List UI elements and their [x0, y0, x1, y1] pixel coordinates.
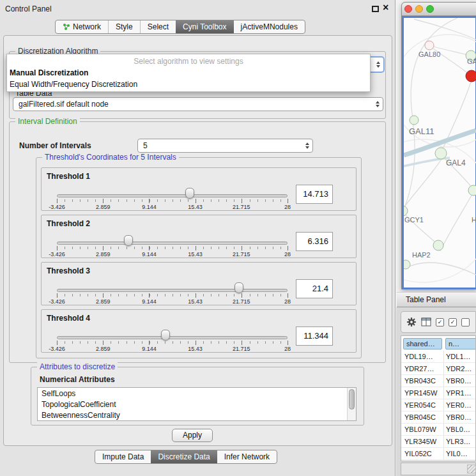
tab-network[interactable]: Network — [56, 20, 109, 33]
threshold-slider-thumb[interactable] — [161, 330, 170, 341]
threshold-slider-track[interactable] — [57, 336, 288, 339]
table-row[interactable]: YDR27…YDR2… — [401, 363, 476, 375]
numerical-attribute-item[interactable]: TopologicalCoefficient — [38, 399, 356, 410]
table-cell[interactable]: YBR0… — [446, 375, 476, 387]
table-cell[interactable]: YDL19… — [404, 351, 443, 362]
threshold-slider-thumb[interactable] — [124, 235, 133, 246]
table-row[interactable]: YLR345WYLR3… — [401, 436, 476, 448]
network-node[interactable] — [410, 116, 418, 125]
slider-tick-label: 2.859 — [89, 298, 117, 305]
unchecked-checkbox-icon[interactable] — [461, 318, 470, 326]
network-node[interactable] — [468, 185, 476, 196]
table-cell[interactable]: YLR3… — [446, 436, 476, 447]
column-layout-icon[interactable] — [421, 318, 431, 326]
tab-cyni-toolbox[interactable]: Cyni Toolbox — [176, 20, 233, 33]
float-window-icon[interactable] — [372, 6, 379, 12]
tab-style[interactable]: Style — [109, 20, 141, 33]
threshold-value-field[interactable]: 6.316 — [296, 232, 333, 251]
table-row[interactable]: YDL19…YDL1… — [401, 351, 476, 363]
combo-stepper-icon[interactable] — [302, 139, 312, 152]
apply-button[interactable]: Apply — [172, 429, 213, 442]
algorithm-option[interactable]: Equal Width/Frequency Discretization — [7, 79, 370, 90]
threshold-value-field[interactable]: 21.4 — [296, 279, 333, 298]
number-of-intervals-label: Number of Intervals — [19, 141, 91, 150]
table-row[interactable]: YIL052CYIL0… — [401, 448, 476, 460]
table-data-combobox[interactable]: galFiltered.sif default node — [13, 97, 383, 111]
table-cell[interactable]: YDL1… — [446, 351, 476, 362]
network-node[interactable] — [433, 240, 443, 250]
minimize-traffic-light-icon[interactable] — [415, 5, 423, 13]
column-header-shared-name[interactable]: shared… — [403, 338, 442, 349]
attributes-list: SelfLoopsTopologicalCoefficientBetweenne… — [38, 388, 356, 420]
combo-stepper-icon[interactable] — [372, 58, 383, 72]
slider-tick-label: 21.715 — [227, 346, 256, 352]
slider-tick-label: 15.43 — [181, 346, 210, 352]
network-node[interactable] — [404, 206, 408, 216]
numerical-attribute-item[interactable]: SelfLoops — [38, 388, 356, 399]
network-node[interactable] — [425, 41, 434, 50]
table-cell[interactable]: YER0… — [446, 399, 476, 411]
gear-icon[interactable] — [406, 317, 417, 327]
table-row[interactable]: YBL079WYBL0… — [401, 424, 476, 436]
threshold-label: Threshold 1 — [47, 172, 90, 181]
slider-major-tick — [242, 341, 242, 345]
threshold-slider-track[interactable] — [57, 242, 288, 245]
table-cell[interactable]: YBL079W — [404, 424, 443, 435]
combo-stepper-icon[interactable] — [372, 98, 383, 111]
tab-discretize-data[interactable]: Discretize Data — [151, 450, 217, 463]
node-table: shared… n… YDL19…YDL1…YDR27…YDR2…YBR043C… — [401, 335, 476, 461]
number-of-intervals-combobox[interactable]: 5 — [137, 139, 313, 153]
table-cell[interactable]: YDR2… — [446, 363, 476, 374]
threshold-panel-1: Threshold 1 14.713 -3.4262.8599.14415.43… — [41, 167, 357, 211]
close-window-icon[interactable]: × — [383, 2, 388, 13]
algorithm-options: Manual DiscretizationEqual Width/Frequen… — [7, 67, 370, 90]
tab-impute-data-label: Impute Data — [102, 452, 144, 461]
threshold-slider-thumb[interactable] — [234, 282, 243, 293]
tab-infer-network[interactable]: Infer Network — [217, 450, 277, 463]
network-window-titlebar[interactable] — [402, 3, 476, 16]
network-node[interactable] — [404, 260, 410, 269]
slider-major-tick — [57, 246, 58, 250]
tab-impute-data[interactable]: Impute Data — [95, 450, 151, 463]
threshold-slider-track[interactable] — [57, 289, 288, 292]
column-header-name[interactable]: n… — [445, 338, 476, 349]
network-graph[interactable]: GAL80GAGAL11GAL4GCY1HHAP2 — [404, 18, 476, 286]
table-cell[interactable]: YBR0… — [446, 411, 476, 423]
tab-select[interactable]: Select — [141, 20, 176, 33]
table-cell[interactable]: YPR1… — [446, 387, 476, 399]
network-node[interactable] — [435, 148, 447, 159]
network-node[interactable] — [466, 70, 476, 82]
algorithm-dropdown-popup: Select algorithm to view settings Manual… — [6, 54, 371, 92]
tab-jactivemnodules[interactable]: jActiveMNodules — [234, 20, 305, 33]
zoom-traffic-light-icon[interactable] — [426, 5, 434, 13]
scrollbar-thumb[interactable] — [349, 389, 355, 410]
threshold-value-field[interactable]: 14.713 — [296, 185, 333, 204]
checked-checkbox-icon[interactable]: ✓ — [449, 318, 457, 326]
checked-checkbox-icon[interactable]: ✓ — [436, 318, 444, 326]
table-row[interactable]: YBR043CYBR0… — [401, 375, 476, 387]
attributes-scrollbar[interactable] — [347, 388, 356, 420]
table-cell[interactable]: YPR145W — [404, 387, 443, 399]
threshold-value-field[interactable]: 11.344 — [296, 326, 333, 346]
close-traffic-light-icon[interactable] — [404, 5, 412, 13]
resize-grip[interactable] — [467, 464, 476, 473]
slider-tick-marks — [57, 294, 288, 296]
table-row[interactable]: YER054CYER0… — [401, 399, 476, 411]
table-cell[interactable]: YIL0… — [446, 448, 476, 459]
table-row[interactable]: YPR145WYPR1… — [401, 387, 476, 399]
slider-major-tick — [242, 199, 242, 203]
table-cell[interactable]: YLR345W — [404, 436, 443, 447]
table-row[interactable]: YBR045CYBR0… — [401, 411, 476, 424]
threshold-slider-thumb[interactable] — [185, 188, 194, 199]
table-cell[interactable]: YBL0… — [446, 424, 476, 435]
threshold-slider-track[interactable] — [57, 194, 288, 197]
table-cell[interactable]: YBR043C — [404, 375, 443, 387]
algorithm-option[interactable]: Manual Discretization — [7, 67, 370, 79]
table-cell[interactable]: YDR27… — [404, 363, 443, 374]
table-panel-header[interactable]: Table Panel — [397, 292, 476, 307]
table-cell[interactable]: YER054C — [404, 399, 443, 411]
table-cell[interactable]: YIL052C — [404, 448, 443, 459]
table-cell[interactable]: YBR045C — [404, 411, 443, 423]
horizontal-scrollbar[interactable] — [401, 463, 476, 475]
numerical-attribute-item[interactable]: BetweennessCentrality — [38, 410, 356, 420]
